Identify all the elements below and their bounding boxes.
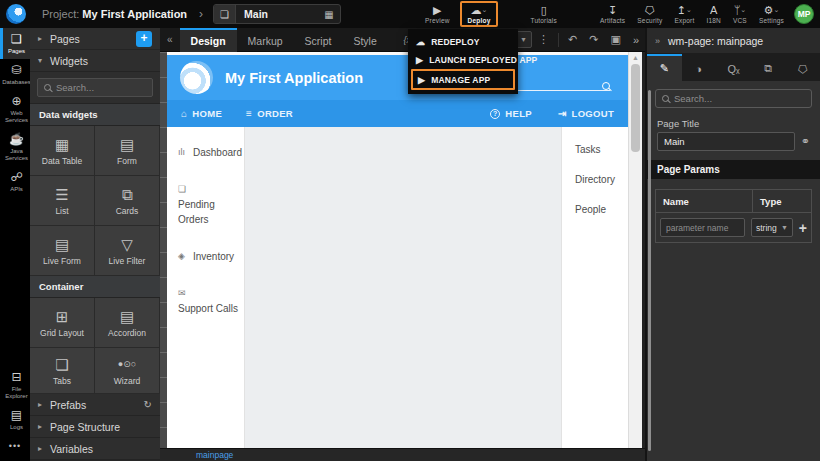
- list-item-tasks[interactable]: Tasks: [575, 144, 628, 155]
- undo-icon[interactable]: ↶: [562, 33, 583, 46]
- add-param-button[interactable]: +: [799, 220, 807, 236]
- rail-pages-label: Pages: [8, 48, 25, 55]
- cards-label: Cards: [116, 206, 139, 216]
- grid-layout-icon: ⊞: [56, 308, 69, 325]
- save-icon[interactable]: ▣: [604, 33, 626, 46]
- vcs-chevron-icon: ⌄: [740, 6, 746, 14]
- rail-apis-label: APIs: [10, 186, 23, 193]
- widget-tile-accordion[interactable]: ▤ Accordion: [95, 298, 160, 348]
- widget-tile-live-filter[interactable]: ▽ Live Filter: [95, 226, 160, 276]
- panel-collapse-icon[interactable]: »: [655, 36, 660, 46]
- widgets-search-input[interactable]: Search...: [37, 78, 153, 97]
- variables-chevron-icon: ▸: [38, 444, 50, 453]
- tab-markup[interactable]: Markup: [237, 28, 294, 52]
- menu-item-redeploy[interactable]: ☁ REDEPLOY: [411, 33, 515, 51]
- rail-item-java-services[interactable]: ☕ Java Services: [0, 128, 30, 166]
- app-header[interactable]: My First Application: [167, 55, 628, 100]
- rail-item-web-services[interactable]: ⊕ Web Services: [0, 90, 30, 128]
- tab-inspect[interactable]: Qₓ: [716, 54, 751, 81]
- param-name-input[interactable]: parameter name: [660, 218, 745, 237]
- bind-link-icon[interactable]: ⚭: [801, 135, 810, 148]
- page-selector[interactable]: ❏ Main ▦: [213, 4, 341, 24]
- side-nav-inventory[interactable]: ◈ Inventory: [178, 249, 244, 264]
- collapse-left-panel-icon[interactable]: «: [160, 34, 180, 45]
- logout-label: LOGOUT: [572, 108, 614, 119]
- tab-script[interactable]: Script: [294, 28, 343, 52]
- tab-style[interactable]: Style: [342, 28, 387, 52]
- scroll-up-icon[interactable]: ▲: [629, 52, 642, 61]
- app-content-area[interactable]: [245, 127, 561, 448]
- properties-search-input[interactable]: Search...: [655, 89, 812, 108]
- tab-security[interactable]: ⬠: [785, 54, 820, 81]
- param-type-select[interactable]: string ▼: [751, 218, 793, 237]
- side-nav-dashboard[interactable]: ılı Dashboard: [178, 145, 244, 160]
- rail-item-databases[interactable]: ⛁ Databases: [0, 59, 30, 90]
- widget-tile-wizard[interactable]: ●⊙○ Wizard: [95, 348, 160, 394]
- list-item-directory[interactable]: Directory: [575, 174, 628, 185]
- list-icon: ☰: [55, 186, 68, 203]
- deploy-button[interactable]: ☁⌄ Deploy: [460, 1, 499, 27]
- redo-icon[interactable]: ↷: [583, 33, 604, 46]
- tab-properties[interactable]: ✎: [647, 54, 682, 81]
- widgets-accordion-row[interactable]: ▾ Widgets: [30, 50, 160, 72]
- pages-accordion-row[interactable]: ▸ Pages +: [30, 28, 160, 50]
- rail-item-pages[interactable]: ❏ Pages: [0, 28, 30, 59]
- widget-tile-cards[interactable]: ⧉ Cards: [95, 176, 160, 226]
- side-nav-support-calls[interactable]: ✉ Support Calls: [178, 286, 244, 316]
- widget-tile-data-table[interactable]: ▦ Data Table: [30, 126, 95, 176]
- rail-item-file-explorer[interactable]: ⊟ File Explorer: [0, 366, 30, 404]
- nav-item-logout[interactable]: ⇥ LOGOUT: [558, 108, 614, 119]
- page-structure-accordion-row[interactable]: ▸ Page Structure: [30, 416, 160, 438]
- preview-button[interactable]: ▶ Preview: [419, 0, 456, 28]
- widget-tile-form[interactable]: ▤ Form: [95, 126, 160, 176]
- tutorials-book-icon: ▯: [541, 4, 547, 16]
- wavemaker-logo[interactable]: [0, 0, 32, 28]
- panel-scrollbar[interactable]: [648, 90, 651, 451]
- page-grid-icon[interactable]: ▦: [318, 9, 340, 20]
- launch-deployed-app-label: LAUNCH DEPLOYED APP: [429, 55, 537, 65]
- rail-item-apis[interactable]: ☍ APIs: [0, 166, 30, 197]
- collapse-right-panel-icon[interactable]: »: [627, 34, 645, 46]
- wizard-label: Wizard: [114, 376, 140, 386]
- rail-item-logs[interactable]: ▤ Logs: [0, 404, 30, 435]
- more-options-icon[interactable]: •••: [0, 435, 30, 457]
- logout-icon: ⇥: [558, 108, 567, 119]
- page-title-input[interactable]: Main: [657, 132, 795, 151]
- widget-tile-grid-layout[interactable]: ⊞ Grid Layout: [30, 298, 95, 348]
- add-page-button[interactable]: +: [136, 31, 152, 47]
- list-item-people[interactable]: People: [575, 204, 628, 215]
- open-page-tab-mainpage[interactable]: mainpage: [196, 450, 233, 460]
- artifacts-button[interactable]: ↧ Artifacts: [594, 0, 631, 28]
- search-icon: [44, 84, 51, 91]
- i18n-button[interactable]: A I18N: [700, 0, 727, 28]
- variables-accordion-row[interactable]: ▸ Variables: [30, 438, 160, 460]
- selected-widget-title: wm-page: mainpage: [668, 35, 763, 47]
- tab-styles[interactable]: ◑: [682, 54, 717, 81]
- prefabs-refresh-icon[interactable]: ↻: [144, 399, 152, 410]
- user-avatar[interactable]: MP: [794, 4, 814, 24]
- app-preview[interactable]: My First Application ⌂ HOME ≡ ORDER ?: [167, 52, 628, 448]
- canvas-menu-dots-icon[interactable]: ⋮: [532, 33, 555, 46]
- vcs-button[interactable]: ᛘ⌄ VCS: [727, 0, 753, 28]
- pages-chevron-icon: ▸: [38, 34, 50, 43]
- tab-design[interactable]: Design: [180, 28, 237, 52]
- widget-tile-list[interactable]: ☰ List: [30, 176, 95, 226]
- menu-item-manage-app[interactable]: ▶ MANAGE APP: [411, 69, 515, 90]
- scrollbar-thumb[interactable]: [631, 64, 640, 152]
- widget-tile-tabs[interactable]: ❏ Tabs: [30, 348, 95, 394]
- menu-item-launch-deployed-app[interactable]: ▶ LAUNCH DEPLOYED APP: [411, 51, 515, 69]
- tab-devices[interactable]: ⧉: [751, 54, 786, 81]
- web-services-globe-icon: ⊕: [11, 95, 21, 108]
- i18n-translate-icon: A: [710, 4, 717, 16]
- prefabs-accordion-row[interactable]: ▸ Prefabs ↻: [30, 394, 160, 416]
- security-button[interactable]: ⬠ Security: [631, 0, 668, 28]
- canvas-scrollbar[interactable]: ▲: [628, 52, 642, 448]
- nav-item-help[interactable]: ? HELP: [490, 108, 532, 119]
- export-button[interactable]: ↥⌄ Export: [668, 0, 700, 28]
- nav-item-home[interactable]: ⌂ HOME: [181, 108, 222, 119]
- widget-tile-live-form[interactable]: ▤ Live Form: [30, 226, 95, 276]
- side-nav-pending-orders[interactable]: ❏ Pending Orders: [178, 182, 244, 227]
- tutorials-button[interactable]: ▯ Tutorials: [524, 0, 562, 28]
- nav-item-order[interactable]: ≡ ORDER: [246, 108, 293, 119]
- settings-button[interactable]: ⚙⌄ Settings: [753, 0, 790, 28]
